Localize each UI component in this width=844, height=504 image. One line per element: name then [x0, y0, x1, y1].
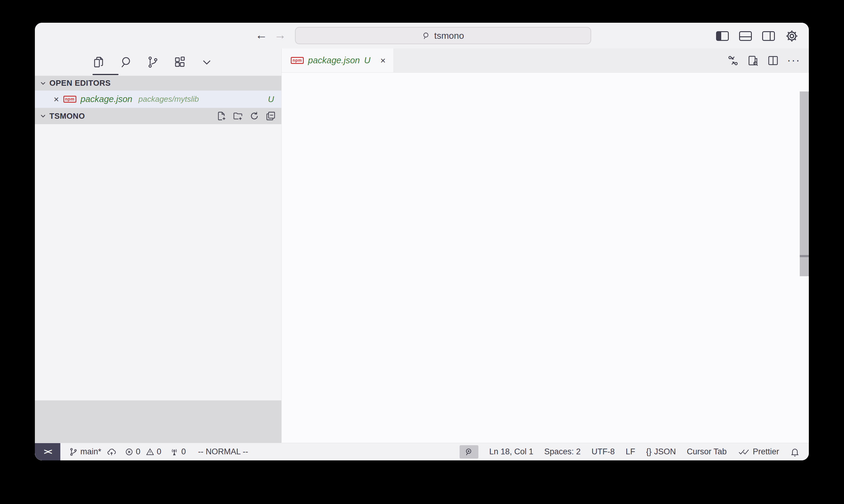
double-check-icon [738, 448, 750, 456]
npm-icon: npm [291, 57, 304, 64]
close-tab-icon[interactable]: × [380, 55, 385, 66]
forward-button[interactable]: → [274, 28, 286, 42]
editor-scrollbar[interactable] [800, 91, 809, 276]
formatter-item[interactable]: Prettier [738, 447, 779, 456]
zoom-indicator[interactable] [460, 445, 478, 458]
git-branch-item[interactable]: main* [69, 447, 116, 457]
git-status-badge: U [268, 94, 274, 104]
close-editor-icon[interactable]: × [54, 94, 59, 105]
new-file-icon[interactable] [217, 111, 227, 121]
search-icon [422, 32, 430, 40]
publish-cloud-icon [107, 447, 116, 457]
title-bar: ← → tsmono [35, 23, 809, 49]
open-editor-item[interactable]: × npm package.json packages/mytslib U [35, 91, 281, 108]
npm-icon: npm [63, 96, 76, 103]
minimize-window-button[interactable] [57, 32, 64, 39]
brackets-icon: {} [646, 447, 652, 456]
zoom-window-button[interactable] [69, 32, 76, 39]
open-editors-header[interactable]: OPEN EDITORS [35, 76, 281, 91]
toggle-panel-icon[interactable] [739, 31, 752, 41]
warnings-icon [146, 448, 154, 456]
cursor-position-item[interactable]: Ln 18, Col 1 [489, 447, 534, 456]
encoding-item[interactable]: UTF-8 [591, 447, 615, 456]
window-controls [45, 32, 76, 39]
eol-item[interactable]: LF [626, 447, 635, 456]
toggle-secondary-sidebar-icon[interactable] [762, 31, 775, 41]
tab-package-json[interactable]: npm package.json U × [282, 49, 394, 72]
command-center-search[interactable]: tsmono [295, 27, 591, 44]
project-section-header[interactable]: TSMONO [35, 108, 281, 124]
breadcrumb [282, 73, 809, 91]
close-window-button[interactable] [45, 32, 52, 39]
back-button[interactable]: ← [255, 28, 268, 42]
vim-mode-item[interactable]: -- NORMAL -- [198, 447, 248, 456]
open-editor-path: packages/mytslib [139, 94, 199, 104]
sidebar: OPEN EDITORS × npm package.json packages… [35, 49, 282, 443]
notifications-bell-icon[interactable] [790, 447, 800, 457]
broadcast-icon [170, 447, 179, 456]
search-value: tsmono [434, 31, 464, 41]
zoom-in-icon [464, 447, 473, 456]
app-window: ← → tsmono [35, 23, 809, 461]
editor-group: npm package.json U × ··· [282, 49, 809, 443]
more-actions-icon[interactable]: ··· [787, 54, 800, 67]
extensions-icon[interactable] [173, 56, 186, 69]
search-view-icon[interactable] [119, 56, 132, 69]
git-branch-icon [69, 447, 78, 456]
code-editor[interactable] [282, 91, 809, 443]
collapse-all-icon[interactable] [265, 111, 276, 121]
refresh-icon[interactable] [249, 111, 259, 121]
sidebar-bottom-sections [35, 400, 281, 443]
tab-dirty-badge: U [364, 55, 371, 66]
problems-item[interactable]: 0 0 [125, 447, 161, 456]
settings-gear-icon[interactable] [785, 30, 798, 43]
indentation-item[interactable]: Spaces: 2 [544, 447, 581, 456]
split-editor-icon[interactable] [767, 55, 779, 67]
status-bar: >< main* 0 0 0 -- NORMAL -- Ln 18, Col 1… [35, 443, 809, 461]
language-mode-item[interactable]: {} JSON [646, 447, 676, 456]
errors-icon [125, 448, 133, 456]
open-preview-icon[interactable] [747, 55, 759, 67]
remote-indicator[interactable]: >< [35, 443, 60, 461]
source-control-icon[interactable] [147, 56, 159, 69]
feedback-item[interactable]: 0 [170, 447, 186, 456]
tab-label: package.json [308, 55, 360, 66]
chevron-down-icon [39, 79, 47, 87]
explorer-icon[interactable] [92, 56, 105, 69]
compare-changes-icon[interactable] [727, 55, 739, 67]
activity-bar [35, 49, 281, 76]
new-folder-icon[interactable] [233, 111, 243, 121]
file-tree [35, 124, 281, 400]
toggle-primary-sidebar-icon[interactable] [716, 31, 729, 41]
overview-ruler-cursor-mark [800, 255, 809, 257]
active-view-indicator [92, 74, 119, 75]
chevron-down-icon [39, 112, 47, 120]
open-editor-filename: package.json [81, 94, 133, 104]
tab-bar: npm package.json U × ··· [282, 49, 809, 73]
additional-views-chevron-icon[interactable] [201, 56, 213, 69]
cursor-tab-item[interactable]: Cursor Tab [687, 447, 727, 456]
